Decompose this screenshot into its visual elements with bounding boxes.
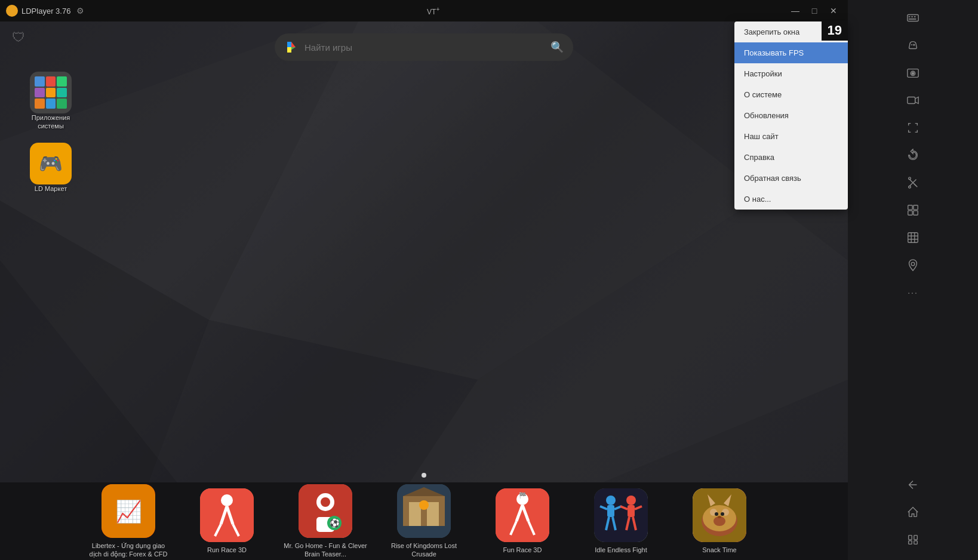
svg-rect-77	[914, 205, 918, 210]
rise-label: Rise of Kingdoms Lost Crusade	[382, 541, 466, 559]
svg-rect-38	[607, 505, 614, 517]
svg-rect-87	[914, 536, 918, 540]
menu-item-about[interactable]: О нас...	[734, 189, 848, 210]
sidebar-keyboard-btn[interactable]	[900, 5, 926, 31]
runrace-app-icon	[200, 488, 254, 542]
ld-market-icon[interactable]: 🎮 LD Маркет	[24, 143, 78, 193]
search-bar[interactable]: 🔍	[275, 33, 573, 61]
svg-text:🏁: 🏁	[519, 491, 527, 499]
window-controls: — □ ✕	[787, 2, 842, 19]
sidebar-back-btn[interactable]	[900, 472, 926, 498]
svg-point-85	[911, 262, 915, 266]
libertex-app-icon: 📈	[102, 484, 155, 538]
emulator-screen: LDPlayer 3.76 ⚙ VT+ — □ ✕ 🛡	[0, 0, 848, 560]
svg-line-75	[914, 184, 918, 187]
sidebar-home-btn[interactable]	[900, 499, 926, 525]
dock-item-snack[interactable]: Snack Time	[673, 488, 766, 554]
close-button[interactable]: ✕	[825, 2, 842, 19]
svg-rect-70	[908, 97, 915, 104]
dock-item-rise[interactable]: Rise of Kingdoms Lost Crusade	[378, 484, 470, 559]
desktop-background	[0, 21, 848, 560]
svg-point-57	[721, 512, 724, 516]
dock-item-idle[interactable]: Idle Endless Fight	[575, 488, 668, 554]
idle-label: Idle Endless Fight	[595, 546, 647, 554]
runrace-label: Run Race 3D	[207, 546, 247, 554]
libertex-label: Libertex - Ứng dụng giao dịch di động: F…	[87, 541, 170, 559]
sidebar-cut-btn[interactable]	[900, 170, 926, 196]
mini-app-9	[57, 99, 67, 109]
play-store-icon	[284, 40, 299, 54]
svg-marker-5	[0, 21, 848, 560]
mini-app-4	[35, 88, 45, 98]
dock-item-mrgo[interactable]: ⚽ Mr. Go Home - Fun & Clever Brain Tease…	[279, 484, 372, 559]
svg-marker-7	[287, 42, 291, 47]
idle-app-icon	[594, 488, 648, 542]
sidebar-sync-btn[interactable]	[900, 197, 926, 223]
menu-item-about-system[interactable]: О системе	[734, 84, 848, 105]
menu-item-show-fps[interactable]: Показывать FPS	[734, 42, 848, 63]
svg-text:⚽: ⚽	[330, 518, 340, 528]
svg-rect-26	[409, 502, 421, 526]
svg-point-72	[909, 177, 911, 180]
system-apps-label: Приложения системы	[24, 113, 78, 131]
svg-rect-61	[911, 16, 913, 17]
svg-point-71	[909, 186, 911, 189]
menu-item-help[interactable]: Справка	[734, 147, 848, 168]
sidebar-recent-btn[interactable]	[900, 527, 926, 553]
page-indicator	[422, 473, 426, 478]
app-title: LDPlayer 3.76	[21, 7, 70, 16]
svg-rect-79	[914, 211, 918, 215]
svg-point-43	[626, 496, 636, 505]
search-submit-icon[interactable]: 🔍	[550, 41, 564, 54]
svg-marker-9	[287, 47, 291, 53]
desktop-icons-area: Приложения системы 🎮 LD Маркет	[24, 72, 78, 193]
sidebar-record-btn[interactable]	[900, 87, 926, 113]
snack-app-icon	[693, 488, 746, 542]
maximize-button[interactable]: □	[806, 2, 823, 19]
mini-app-7	[35, 99, 45, 109]
svg-point-69	[912, 72, 914, 75]
sidebar-controller-btn[interactable]	[900, 32, 926, 59]
svg-point-20	[321, 497, 330, 507]
dock-item-funrace[interactable]: 🏁 Fun Race 3D	[476, 488, 569, 554]
svg-point-56	[715, 512, 718, 516]
dropdown-menu: Закрепить окна Показывать FPS Настройки …	[734, 21, 848, 210]
menu-item-settings[interactable]: Настройки	[734, 63, 848, 84]
mini-app-6	[57, 88, 67, 98]
svg-rect-76	[908, 205, 912, 210]
dock-item-runrace[interactable]: Run Race 3D	[181, 488, 273, 554]
svg-marker-8	[291, 42, 296, 47]
menu-item-our-site[interactable]: Наш сайт	[734, 126, 848, 147]
svg-rect-59	[908, 15, 918, 21]
sidebar-screenshot-btn[interactable]	[900, 60, 926, 86]
vt-badge: VT+	[427, 6, 439, 16]
system-apps-icon[interactable]: Приложения системы	[24, 72, 78, 131]
mini-app-2	[46, 76, 56, 87]
svg-rect-62	[914, 16, 916, 17]
shield-icon: 🛡	[12, 30, 25, 45]
bottom-dock: 📈 Libertex - Ứng dụng giao dịch di động:…	[0, 482, 848, 560]
sidebar-table-btn[interactable]	[900, 224, 926, 251]
menu-item-updates[interactable]: Обновления	[734, 105, 848, 126]
mini-app-5	[46, 88, 56, 98]
settings-icon[interactable]: ⚙	[76, 6, 84, 16]
page-dot-1	[422, 473, 426, 478]
sidebar-rotate-btn[interactable]	[900, 142, 926, 168]
svg-point-66	[914, 44, 915, 45]
search-input[interactable]	[305, 42, 550, 53]
fps-counter: 19	[822, 20, 848, 41]
svg-rect-44	[628, 505, 635, 517]
sidebar-more-btn[interactable]: ···	[900, 279, 926, 306]
dock-item-libertex[interactable]: 📈 Libertex - Ứng dụng giao dịch di động:…	[82, 484, 175, 559]
sidebar-location-btn[interactable]	[900, 252, 926, 278]
svg-rect-88	[909, 541, 912, 544]
svg-point-28	[419, 500, 429, 510]
svg-point-37	[606, 496, 616, 505]
menu-item-feedback[interactable]: Обратная связь	[734, 168, 848, 189]
svg-rect-86	[909, 536, 912, 540]
minimize-button[interactable]: —	[787, 2, 804, 19]
sidebar-expand-btn[interactable]	[900, 115, 926, 141]
svg-rect-27	[427, 502, 439, 526]
mini-app-1	[35, 76, 45, 87]
svg-rect-63	[909, 19, 917, 20]
